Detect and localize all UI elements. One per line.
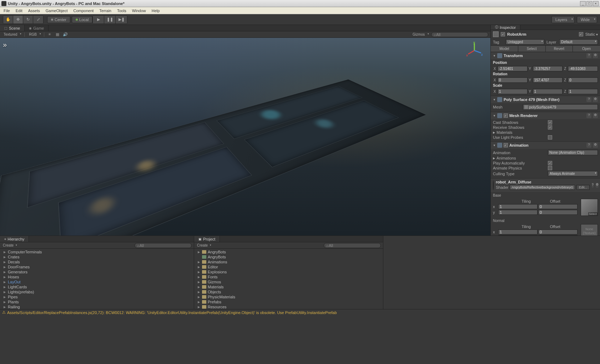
fold-icon[interactable]: ▶ bbox=[3, 285, 6, 289]
fold-icon[interactable]: ▶ bbox=[197, 280, 201, 284]
fold-icon[interactable]: ▶ bbox=[197, 295, 201, 299]
culling-dropdown[interactable]: Always Animate bbox=[548, 171, 598, 176]
shading-dropdown[interactable]: Textured bbox=[2, 32, 21, 36]
hierarchy-item[interactable]: ▶Railing bbox=[0, 304, 194, 309]
help-icon[interactable]: ? bbox=[586, 143, 591, 148]
animphysics-checkbox[interactable] bbox=[548, 166, 552, 170]
renderer-enabled[interactable] bbox=[504, 113, 508, 118]
scene-search[interactable]: ⌕ All bbox=[431, 32, 488, 37]
menu-gameobject[interactable]: GameObject bbox=[43, 8, 71, 14]
select-button[interactable]: Select bbox=[518, 46, 546, 52]
active-checkbox[interactable] bbox=[501, 32, 505, 36]
normal-offset-y[interactable]: 0 bbox=[538, 235, 578, 236]
fold-icon[interactable]: ▶ bbox=[493, 131, 495, 134]
hierarchy-create[interactable]: Create bbox=[2, 243, 17, 247]
fold-icon[interactable]: ▶ bbox=[3, 266, 6, 269]
project-create[interactable]: Create bbox=[196, 243, 211, 247]
fold-icon[interactable]: ▶ bbox=[3, 300, 6, 304]
receive-shadows-checkbox[interactable] bbox=[548, 125, 552, 130]
base-offset-x[interactable]: 0 bbox=[538, 204, 578, 209]
project-item[interactable]: ▶Objects bbox=[194, 289, 383, 294]
fold-icon[interactable]: ▶ bbox=[197, 261, 201, 264]
fold-icon[interactable]: ▶ bbox=[197, 300, 201, 304]
help-icon[interactable]: ? bbox=[586, 53, 591, 58]
project-item[interactable]: ▶Editor bbox=[194, 264, 383, 269]
hand-tool[interactable]: ✋ bbox=[3, 16, 13, 24]
model-button[interactable]: Model bbox=[491, 46, 518, 52]
revert-button[interactable]: Revert bbox=[546, 46, 573, 52]
tab-project[interactable]: ▣Project bbox=[194, 236, 220, 242]
hierarchy-item[interactable]: ▶Hoses bbox=[0, 274, 194, 279]
maximize-button[interactable]: □ bbox=[586, 1, 592, 6]
fold-icon[interactable]: ▶ bbox=[197, 251, 201, 254]
scale-tool[interactable]: ⤢ bbox=[33, 16, 43, 24]
fold-icon[interactable]: ▶ bbox=[197, 271, 201, 274]
pause-button[interactable]: ❚❚ bbox=[104, 16, 116, 24]
fold-icon[interactable]: ▶ bbox=[3, 295, 6, 299]
hierarchy-item[interactable]: ▶Pipes bbox=[0, 294, 194, 299]
fold-icon[interactable]: ▶ bbox=[197, 266, 201, 269]
gear-icon[interactable]: ⚙ bbox=[593, 53, 598, 58]
fold-icon[interactable]: ▶ bbox=[3, 261, 6, 264]
fold-icon[interactable]: ▶ bbox=[197, 305, 201, 309]
fold-icon[interactable]: ▶ bbox=[3, 275, 6, 279]
hierarchy-item[interactable]: ▶DoorFrames bbox=[0, 264, 194, 269]
hierarchy-item[interactable]: ▶LayOut bbox=[0, 279, 194, 284]
tab-game[interactable]: ◉Game bbox=[25, 25, 49, 31]
normal-offset-x[interactable]: 0 bbox=[538, 229, 578, 234]
rotate-tool[interactable]: ↻ bbox=[23, 16, 33, 24]
fold-icon[interactable]: ▼ bbox=[493, 98, 496, 101]
scale-x-input[interactable]: 1 bbox=[498, 89, 528, 94]
minimize-button[interactable]: _ bbox=[580, 1, 586, 6]
rot-z-input[interactable]: 0 bbox=[568, 77, 598, 83]
project-item[interactable]: ▶Resources bbox=[194, 304, 383, 309]
axis-gizmo[interactable]: y z x bbox=[465, 41, 483, 59]
project-item[interactable]: ▶AngryBots bbox=[194, 249, 383, 254]
move-tool[interactable]: ✥ bbox=[13, 16, 23, 24]
fold-icon[interactable]: ▶ bbox=[3, 251, 6, 254]
menu-component[interactable]: Component bbox=[70, 8, 96, 14]
gear-icon[interactable]: ⚙ bbox=[596, 183, 599, 188]
scene-viewport[interactable]: » y z x bbox=[0, 38, 490, 236]
gear-icon[interactable]: ⚙ bbox=[593, 143, 598, 148]
step-button[interactable]: ▶❚ bbox=[116, 16, 127, 24]
scale-y-input[interactable]: 1 bbox=[533, 89, 563, 94]
animation-enabled[interactable] bbox=[504, 143, 508, 147]
pos-y-input[interactable]: -3.376257 bbox=[533, 66, 563, 71]
gizmos-dropdown[interactable]: Gizmos bbox=[411, 32, 429, 36]
rendermode-dropdown[interactable]: RGB bbox=[27, 32, 41, 36]
gear-icon[interactable]: ⚙ bbox=[593, 113, 598, 118]
base-tiling-y[interactable]: 1 bbox=[498, 210, 538, 215]
menu-tools[interactable]: Tools bbox=[114, 8, 129, 14]
hierarchy-item[interactable]: ▶ComputerTerminals bbox=[0, 249, 194, 254]
normal-texture-swatch[interactable]: None (Texture)Select bbox=[581, 224, 598, 236]
pivot-center[interactable]: Center bbox=[47, 16, 70, 23]
play-button[interactable]: ▶ bbox=[93, 16, 104, 24]
gear-icon[interactable]: ⚙ bbox=[593, 97, 598, 102]
help-icon[interactable]: ? bbox=[586, 97, 591, 102]
project-item[interactable]: AngryBots bbox=[194, 254, 383, 259]
close-button[interactable]: × bbox=[593, 1, 599, 6]
hierarchy-item[interactable]: ▶Decals bbox=[0, 259, 194, 264]
menu-assets[interactable]: Assets bbox=[25, 8, 43, 14]
hierarchy-item[interactable]: ▶Crates bbox=[0, 254, 194, 259]
fold-icon[interactable]: ▶ bbox=[3, 256, 6, 259]
menu-help[interactable]: Help bbox=[149, 8, 163, 14]
shader-edit-button[interactable]: Edit... bbox=[576, 185, 590, 190]
object-name-field[interactable]: RobotArm bbox=[507, 32, 577, 36]
base-offset-y[interactable]: 0 bbox=[538, 210, 578, 215]
help-icon[interactable]: ? bbox=[592, 183, 594, 188]
playauto-checkbox[interactable] bbox=[548, 161, 552, 165]
pivot-local[interactable]: Local bbox=[72, 16, 92, 23]
layers-dropdown[interactable]: Layers bbox=[551, 16, 575, 23]
fold-icon[interactable]: ▼ bbox=[493, 54, 496, 57]
fold-icon[interactable]: ▶ bbox=[197, 285, 201, 289]
project-item[interactable]: ▶Materials bbox=[194, 284, 383, 289]
fold-icon[interactable]: ▶ bbox=[3, 305, 6, 309]
hierarchy-item[interactable]: ▶LightCards bbox=[0, 284, 194, 289]
project-item[interactable]: ▶Animations bbox=[194, 259, 383, 264]
project-item[interactable]: ▶Prefabs bbox=[194, 299, 383, 304]
status-warning[interactable]: ⚠ Assets/Scripts/Editor/ReplacePrefabIns… bbox=[2, 310, 337, 315]
shader-dropdown[interactable]: AngryBots/ReflectiveBackgroundArbitraryG bbox=[510, 185, 575, 190]
fold-icon[interactable]: ▼ bbox=[493, 114, 496, 117]
